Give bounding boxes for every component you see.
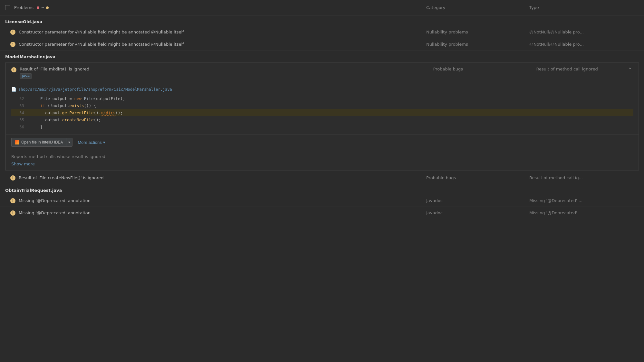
code-text: File output = new File(outputFile); <box>31 96 125 101</box>
list-item[interactable]: ! Missing '@Deprecated' annotation Javad… <box>0 195 644 207</box>
file-name-license-old: LicenseOld.java <box>0 15 644 26</box>
file-path-link[interactable]: 📄 shop/src/main/java/jetprofile/shop/efo… <box>11 87 633 92</box>
expanded-header-content: Result of 'File.mkdirs()' is ignored JAV… <box>20 67 433 79</box>
code-text: output.getParentFile().mkdirs(); <box>31 110 123 115</box>
issue-category: Javadoc <box>426 198 529 203</box>
issue-text: Constructor parameter for @Nullable fiel… <box>19 42 426 47</box>
list-item[interactable]: ! Constructor parameter for @Nullable fi… <box>0 26 644 38</box>
problems-header: Problems → Category Type <box>0 0 644 15</box>
panel-title: Problems <box>14 5 34 10</box>
line-number: 52 <box>11 96 24 101</box>
intellij-icon <box>15 140 19 144</box>
select-all-checkbox[interactable] <box>5 5 10 10</box>
issue-category: Probable bugs <box>426 175 529 180</box>
description-section: Reports method calls whose result is ign… <box>6 150 639 170</box>
list-item[interactable]: ! Constructor parameter for @Nullable fi… <box>0 38 644 51</box>
warning-dot <box>46 6 49 9</box>
expanded-issue-header[interactable]: ! Result of 'File.mkdirs()' is ignored J… <box>6 63 639 83</box>
code-line: 52 File output = new File(outputFile); <box>11 95 633 102</box>
line-number: 56 <box>11 125 24 129</box>
column-category-header: Category <box>426 5 529 10</box>
issue-text: Constructor parameter for @Nullable fiel… <box>19 30 426 34</box>
code-text: output.createNewFile(); <box>31 117 101 122</box>
issue-type: @NotNull/@Nullable pro... <box>529 42 639 47</box>
issue-text: Result of 'File.createNewFile()' is igno… <box>19 175 426 180</box>
issue-type: Result of method call ig... <box>529 175 639 180</box>
open-in-intellij-button[interactable]: Open file in IntelliJ IDEA <box>11 138 66 147</box>
error-dot <box>37 6 39 9</box>
code-line: 53 if (!output.exists()) { <box>11 102 633 109</box>
status-dots: → <box>36 5 49 10</box>
issue-text: Missing '@Deprecated' annotation <box>19 198 426 203</box>
issue-type: Missing '@Deprecated' ... <box>529 198 639 203</box>
file-name-model-marshaller: ModelMarshaller.java <box>0 51 644 61</box>
collapse-button[interactable]: ⌃ <box>627 67 633 73</box>
issue-text: Missing '@Deprecated' annotation <box>19 210 426 215</box>
list-item[interactable]: ! Missing '@Deprecated' annotation Javad… <box>0 207 644 219</box>
description-text: Reports method calls whose result is ign… <box>11 154 633 159</box>
file-path-text: shop/src/main/java/jetprofile/shop/eform… <box>18 87 172 92</box>
open-button-dropdown[interactable]: ▾ <box>66 138 72 147</box>
code-line: 56 } <box>11 123 633 130</box>
line-number: 54 <box>11 110 24 115</box>
line-number: 55 <box>11 117 24 122</box>
issue-category: Javadoc <box>426 210 529 215</box>
code-block: 52 File output = new File(outputFile); 5… <box>11 95 633 130</box>
list-item[interactable]: ! Result of 'File.createNewFile()' is ig… <box>0 172 644 184</box>
warning-icon: ! <box>10 30 15 35</box>
open-button-label: Open file in IntelliJ IDEA <box>21 140 63 144</box>
issue-category: Nullability problems <box>426 30 529 34</box>
warning-icon: ! <box>10 42 15 47</box>
problems-list: LicenseOld.java ! Constructor parameter … <box>0 15 644 219</box>
expanded-issue-type: Result of method call ignored <box>536 67 627 71</box>
file-group-model-marshaller: ModelMarshaller.java ! Result of 'File.m… <box>0 51 644 184</box>
warning-icon: ! <box>10 175 15 181</box>
file-group-obtain-trial: ObtainTrialRequest.java ! Missing '@Depr… <box>0 184 644 219</box>
warning-icon: ! <box>10 198 15 203</box>
more-actions-label: More actions <box>78 140 101 145</box>
code-line-highlighted: 54 output.getParentFile().mkdirs(); <box>11 109 633 116</box>
expanded-issue-text: Result of 'File.mkdirs()' is ignored <box>20 67 433 71</box>
more-actions-button[interactable]: More actions ▾ <box>75 139 108 146</box>
warning-icon: ! <box>11 67 16 72</box>
action-bar: Open file in IntelliJ IDEA ▾ More action… <box>6 135 639 150</box>
expanded-issue-category: Probable bugs <box>433 67 536 71</box>
column-type-header: Type <box>529 5 639 10</box>
file-name-obtain-trial: ObtainTrialRequest.java <box>0 184 644 195</box>
warning-icon: ! <box>10 210 15 216</box>
line-number: 53 <box>11 103 24 108</box>
file-group-license-old: LicenseOld.java ! Constructor parameter … <box>0 15 644 51</box>
issue-type: Missing '@Deprecated' ... <box>529 210 639 215</box>
code-text: if (!output.exists()) { <box>31 103 96 108</box>
open-file-button-group: Open file in IntelliJ IDEA ▾ <box>11 138 72 147</box>
more-actions-chevron: ▾ <box>103 140 105 145</box>
code-text: } <box>31 125 43 129</box>
expanded-issue-panel: ! Result of 'File.mkdirs()' is ignored J… <box>5 62 639 171</box>
code-section: 📄 shop/src/main/java/jetprofile/shop/efo… <box>6 83 639 135</box>
arrow-separator: → <box>41 5 44 10</box>
issue-category: Nullability problems <box>426 42 529 47</box>
java-tag: JAVA <box>20 73 32 79</box>
issue-type: @NotNull/@Nullable pro... <box>529 30 639 34</box>
file-icon: 📄 <box>11 87 16 92</box>
show-more-link[interactable]: Show more <box>11 162 35 166</box>
code-line: 55 output.createNewFile(); <box>11 116 633 123</box>
